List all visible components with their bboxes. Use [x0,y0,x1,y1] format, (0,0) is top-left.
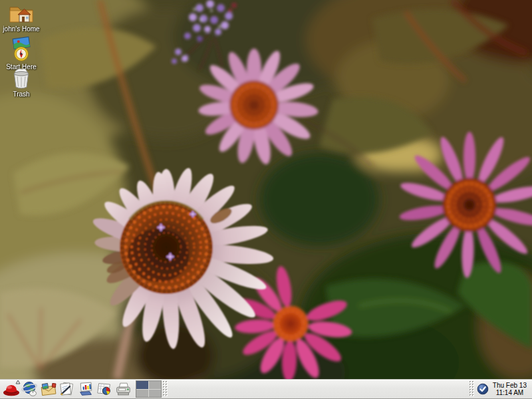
home-folder-icon [8,3,35,24]
wallpaper-image [0,0,532,379]
printer-launcher[interactable] [114,380,132,398]
sheet-piechart-icon [96,381,113,397]
printer-icon [114,381,132,397]
menu-arrow-icon [15,380,21,384]
web-browser-launcher[interactable] [21,380,39,398]
start-here-compass-icon [9,35,33,62]
documents-pen-icon [59,381,76,397]
workspace-switcher[interactable] [136,380,162,398]
presentation-launcher[interactable] [76,380,95,398]
workspace-1[interactable] [136,381,148,389]
clock-time: 11:14 AM [493,389,527,396]
desktop-icon-label: john's Home [3,25,39,33]
workspace-2[interactable] [149,381,161,389]
globe-mouse-icon [21,381,39,397]
clock-date: Thu Feb 13 [493,382,527,389]
desktop-icon-start-here[interactable]: Start Here [0,35,43,70]
clock-applet[interactable]: Thu Feb 13 11:14 AM [493,382,527,396]
update-notification-button[interactable] [475,382,490,396]
desktop-icon-label: Trash [13,90,29,98]
spreadsheet-launcher[interactable] [95,380,114,398]
workspace-4[interactable] [149,390,161,398]
update-check-icon [477,383,489,395]
main-menu-button[interactable] [2,380,21,398]
screen-barchart-icon [77,381,94,397]
desktop: john's Home Start Here Trash [0,0,532,379]
workspace-3[interactable] [136,390,148,398]
trash-can-icon [11,66,32,89]
bottom-panel: Thu Feb 13 11:14 AM [0,379,532,399]
drag-handle[interactable] [163,381,168,397]
email-launcher[interactable] [39,380,58,398]
notification-area-drag-handle[interactable] [469,381,474,397]
word-processor-launcher[interactable] [58,380,76,398]
envelope-photo-icon [40,381,57,397]
desktop-icon-trash[interactable]: Trash [0,66,43,98]
desktop-icon-home[interactable]: john's Home [0,3,43,33]
